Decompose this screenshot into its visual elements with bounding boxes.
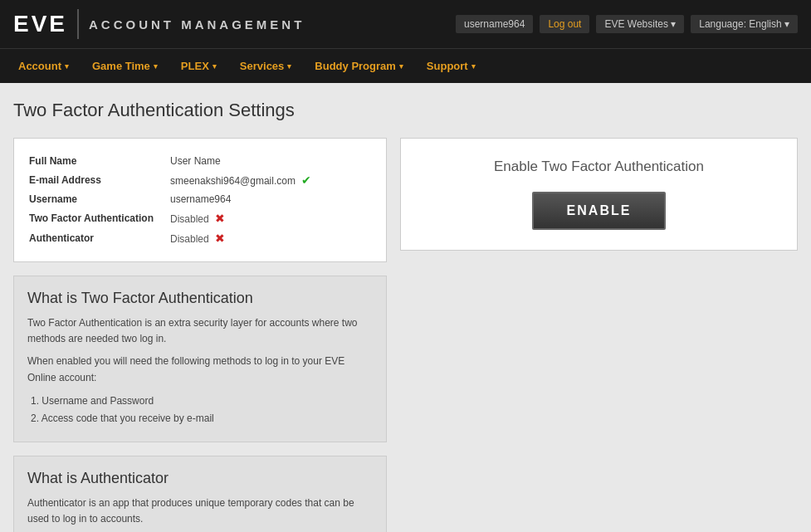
list-item-2: 2. Access code that you receive by e-mai… [31, 410, 373, 428]
language-selector[interactable]: Language: English ▾ [691, 15, 798, 33]
authenticator-disabled-icon: ✖ [215, 232, 225, 245]
value-full-name: User Name [169, 152, 373, 170]
enable-card-title: Enable Two Factor Authentication [494, 159, 704, 175]
account-management-title: ACCOUNT MANAGEMENT [89, 17, 305, 32]
nav-buddy-program-chevron: ▾ [399, 62, 403, 71]
what-is-2fa-para2: When enabled you will need the following… [27, 354, 373, 385]
nav-support-chevron: ▾ [471, 62, 476, 71]
what-is-auth-para1: Authenticator is an app that produces un… [27, 495, 373, 527]
logout-button[interactable]: Log out [540, 15, 589, 33]
eve-websites-menu[interactable]: EVE Websites ▾ [596, 15, 684, 33]
email-verified-icon: ✔ [301, 173, 311, 187]
value-authenticator: Disabled ✖ [169, 228, 373, 248]
value-two-factor: Disabled ✖ [169, 208, 373, 228]
label-username: Username [27, 190, 169, 208]
info-card: Full Name User Name E-mail Address smeen… [13, 138, 387, 262]
enable-card: Enable Two Factor Authentication ENABLE [400, 138, 798, 251]
label-email: E-mail Address [27, 170, 169, 190]
nav-bar: Account ▾ Game Time ▾ PLEX ▾ Services ▾ … [0, 48, 811, 83]
enable-button[interactable]: ENABLE [532, 192, 667, 230]
what-is-auth-title: What is Authenticator [27, 470, 373, 487]
what-is-2fa-para1: Two Factor Authentication is an extra se… [27, 315, 373, 347]
nav-support-label: Support [427, 60, 468, 72]
nav-account-chevron: ▾ [65, 62, 69, 71]
nav-buddy-program-label: Buddy Program [315, 60, 396, 72]
two-factor-status: Disabled [170, 213, 209, 225]
nav-account-label: Account [18, 60, 61, 72]
nav-game-time-label: Game Time [92, 60, 150, 72]
nav-plex[interactable]: PLEX ▾ [169, 49, 228, 84]
top-bar: EVE ACCOUNT MANAGEMENT username964 Log o… [0, 0, 811, 48]
nav-services-chevron: ▾ [287, 62, 291, 71]
eve-logo: EVE ACCOUNT MANAGEMENT [13, 9, 305, 39]
top-username: username964 [456, 15, 533, 33]
main-layout: Full Name User Name E-mail Address smeen… [13, 138, 798, 532]
page-title: Two Factor Authentication Settings [13, 100, 798, 121]
label-authenticator: Authenticator [27, 228, 169, 248]
info-card-wrapper: Full Name User Name E-mail Address smeen… [13, 138, 387, 532]
what-is-auth-section: What is Authenticator Authenticator is a… [13, 456, 387, 532]
page-content: Two Factor Authentication Settings Full … [0, 83, 811, 532]
nav-game-time[interactable]: Game Time ▾ [81, 49, 169, 84]
two-factor-disabled-icon: ✖ [215, 212, 225, 225]
table-row: Username username964 [27, 190, 373, 208]
table-row: Two Factor Authentication Disabled ✖ [27, 208, 373, 228]
nav-buddy-program[interactable]: Buddy Program ▾ [303, 49, 415, 84]
table-row: E-mail Address smeenakshi964@gmail.com ✔ [27, 170, 373, 190]
info-table: Full Name User Name E-mail Address smeen… [27, 152, 373, 248]
email-address: smeenakshi964@gmail.com [170, 175, 296, 187]
label-two-factor: Two Factor Authentication [27, 208, 169, 228]
nav-game-time-chevron: ▾ [154, 62, 158, 71]
value-email: smeenakshi964@gmail.com ✔ [169, 170, 373, 190]
nav-services[interactable]: Services ▾ [228, 49, 304, 84]
nav-account[interactable]: Account ▾ [7, 49, 81, 84]
table-row: Full Name User Name [27, 152, 373, 170]
nav-plex-chevron: ▾ [213, 62, 217, 71]
value-username: username964 [169, 190, 373, 208]
logo-divider [77, 9, 79, 39]
nav-support[interactable]: Support ▾ [415, 49, 487, 84]
what-is-2fa-title: What is Two Factor Authentication [27, 290, 373, 307]
eve-logo-text: EVE [13, 11, 67, 37]
table-row: Authenticator Disabled ✖ [27, 228, 373, 248]
list-item-1: 1. Username and Password [31, 393, 373, 411]
nav-services-label: Services [240, 60, 285, 72]
what-is-2fa-list: 1. Username and Password 2. Access code … [27, 393, 373, 428]
authenticator-status: Disabled [170, 233, 209, 245]
label-full-name: Full Name [27, 152, 169, 170]
nav-plex-label: PLEX [181, 60, 209, 72]
what-is-2fa-section: What is Two Factor Authentication Two Fa… [13, 276, 387, 442]
top-bar-left: EVE ACCOUNT MANAGEMENT [13, 9, 305, 39]
top-bar-right: username964 Log out EVE Websites ▾ Langu… [456, 15, 798, 33]
